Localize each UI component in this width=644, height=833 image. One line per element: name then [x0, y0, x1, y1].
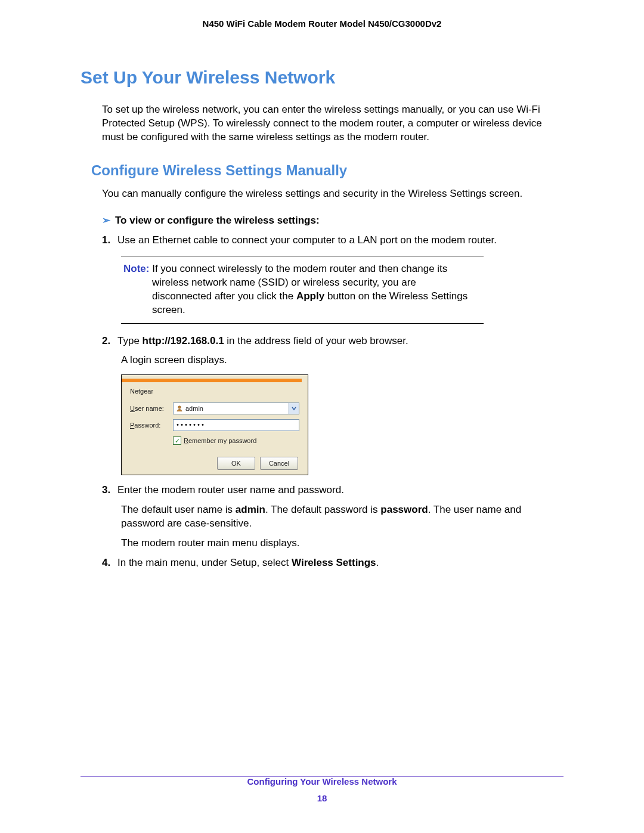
step-text: Type http://192.168.0.1 in the address f… — [117, 335, 408, 346]
procedure-title-text: To view or configure the wireless settin… — [115, 215, 320, 226]
arrow-icon: ➢ — [102, 214, 115, 228]
step-2: 2.Type http://192.168.0.1 in the address… — [102, 335, 564, 348]
dialog-realm: Netgear — [130, 387, 299, 396]
username-value: admin — [185, 404, 203, 413]
heading-2: Configure Wireless Settings Manually — [91, 161, 564, 180]
page-number: 18 — [0, 792, 644, 804]
chevron-down-icon[interactable] — [289, 403, 299, 414]
password-field[interactable]: ••••••• — [173, 419, 299, 431]
note-line-1: If you connect wirelessly to the modem r… — [152, 263, 447, 274]
procedure-title: ➢To view or configure the wireless setti… — [102, 214, 564, 228]
note-box: Note: If you connect wirelessly to the m… — [121, 256, 484, 324]
cancel-button[interactable]: Cancel — [260, 457, 298, 470]
note-line-2: wireless network name (SSID) or wireless… — [152, 276, 481, 290]
remember-label: Remember my password — [184, 436, 256, 445]
heading-1: Set Up Your Wireless Network — [80, 66, 564, 90]
step-number: 1. — [102, 234, 117, 247]
svg-point-0 — [178, 406, 181, 409]
footer-section-title: Configuring Your Wireless Network — [0, 776, 644, 788]
username-row: User name: admin — [130, 402, 299, 415]
step-text: Use an Ethernet cable to connect your co… — [117, 234, 497, 246]
step-3-para-1: The default user name is admin. The defa… — [121, 503, 564, 531]
step-text: Enter the modem router user name and pas… — [117, 484, 344, 496]
dialog-title-bar — [122, 379, 302, 382]
intro-paragraph: To set up the wireless network, you can … — [102, 103, 564, 144]
username-field[interactable]: admin — [173, 402, 299, 414]
sub-intro-paragraph: You can manually configure the wireless … — [102, 187, 564, 201]
note-label: Note: — [123, 263, 149, 274]
note-line-4: screen. — [152, 304, 481, 317]
password-label: Password: — [130, 421, 173, 430]
username-label: User name: — [130, 404, 173, 413]
step-3-para-2: The modem router main menu displays. — [121, 537, 564, 550]
password-row: Password: ••••••• — [130, 419, 299, 432]
step-number: 3. — [102, 484, 117, 497]
step-number: 4. — [102, 556, 117, 570]
ok-button[interactable]: OK — [217, 457, 255, 470]
footer: Configuring Your Wireless Network 18 — [0, 776, 644, 805]
remember-checkbox[interactable]: ✓ — [173, 436, 181, 445]
password-value: ••••••• — [176, 421, 205, 429]
step-3: 3.Enter the modem router user name and p… — [102, 484, 564, 497]
user-icon — [176, 405, 183, 412]
remember-row: ✓ Remember my password — [173, 435, 299, 446]
step-4: 4.In the main menu, under Setup, select … — [102, 556, 564, 570]
step-text: In the main menu, under Setup, select Wi… — [117, 557, 379, 568]
note-line-3: disconnected after you click the Apply b… — [152, 290, 481, 304]
running-header: N450 WiFi Cable Modem Router Model N450/… — [80, 18, 564, 30]
document-page: N450 WiFi Cable Modem Router Model N450/… — [0, 0, 644, 833]
step-2-para: A login screen displays. — [121, 354, 564, 367]
step-number: 2. — [102, 335, 117, 348]
login-dialog: Netgear User name: admin Password: •••••… — [121, 374, 308, 475]
step-1: 1.Use an Ethernet cable to connect your … — [102, 234, 564, 247]
